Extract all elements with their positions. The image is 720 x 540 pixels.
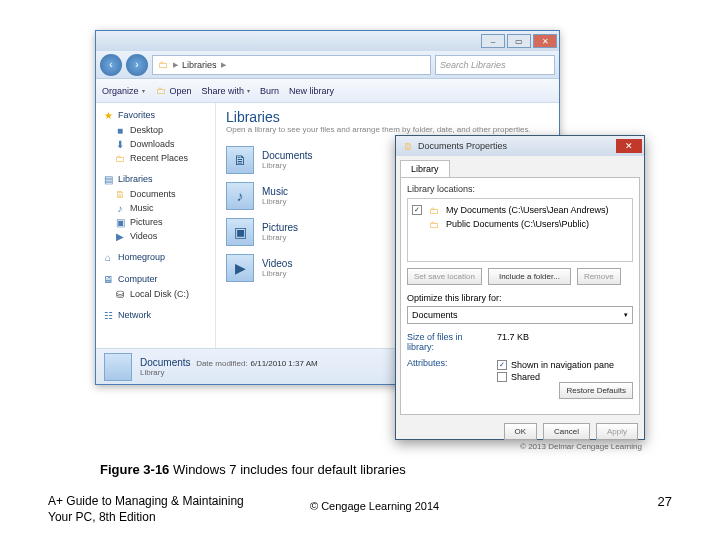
sidebar-item-downloads[interactable]: ⬇Downloads <box>96 137 215 151</box>
close-button[interactable]: ✕ <box>616 139 642 153</box>
document-icon: 🗎 <box>114 188 126 200</box>
apply-button[interactable]: Apply <box>596 423 638 440</box>
page-number: 27 <box>658 494 672 509</box>
folder-icon: 🗀 <box>428 218 440 230</box>
optimize-value: Documents <box>412 310 458 320</box>
include-folder-button[interactable]: Include a folder... <box>488 268 571 285</box>
chevron-down-icon: ▾ <box>142 87 145 94</box>
sidebar-computer[interactable]: 🖥Computer <box>96 271 215 287</box>
figure-text: Windows 7 includes four default librarie… <box>169 462 405 477</box>
breadcrumb-item[interactable]: Libraries <box>182 60 217 70</box>
attributes-label: Attributes: <box>407 358 489 382</box>
size-label: Size of files in library: <box>407 332 489 352</box>
folder-icon: 🗀 <box>428 204 440 216</box>
details-name: Documents <box>140 357 191 368</box>
folder-icon: 🗀 <box>155 85 167 97</box>
chevron-down-icon: ▾ <box>247 87 250 94</box>
pictures-icon: ▣ <box>114 216 126 228</box>
check-icon: ✓ <box>412 205 422 215</box>
videos-icon: ▶ <box>114 230 126 242</box>
sidebar-favorites[interactable]: ★Favorites <box>96 107 215 123</box>
tab-library[interactable]: Library <box>400 160 450 177</box>
folder-icon: 🗀 <box>157 59 169 71</box>
sidebar-libraries[interactable]: ▤Libraries <box>96 171 215 187</box>
restore-defaults-button[interactable]: Restore Defaults <box>559 382 633 399</box>
minimize-button[interactable]: – <box>481 34 505 48</box>
image-copyright: © 2013 Delmar Cengage Learning <box>520 442 642 451</box>
homegroup-icon: ⌂ <box>102 251 114 263</box>
folder-icon: 🗀 <box>114 152 126 164</box>
search-input[interactable]: Search Libraries <box>435 55 555 75</box>
sidebar-item-music[interactable]: ♪Music <box>96 201 215 215</box>
remove-button[interactable]: Remove <box>577 268 621 285</box>
set-save-location-button[interactable]: Set save location <box>407 268 482 285</box>
sidebar-item-localdisk[interactable]: ⛁Local Disk (C:) <box>96 287 215 301</box>
figure-caption: Figure 3-16 Windows 7 includes four defa… <box>100 462 406 477</box>
content-title: Libraries <box>226 109 549 125</box>
details-modified-label: Date modified: <box>196 359 248 368</box>
pictures-icon: ▣ <box>226 218 254 246</box>
details-sub: Library <box>140 368 318 377</box>
share-button[interactable]: Share with▾ <box>202 86 251 96</box>
tab-body: Library locations: ✓ 🗀 My Documents (C:\… <box>400 177 640 415</box>
toolbar: Organize▾ 🗀Open Share with▾ Burn New lib… <box>96 79 559 103</box>
dialog-title: Documents Properties <box>418 141 507 151</box>
location-path: My Documents (C:\Users\Jean Andrews) <box>446 205 609 215</box>
optimize-label: Optimize this library for: <box>407 293 633 303</box>
location-row[interactable]: 🗀 Public Documents (C:\Users\Public) <box>412 217 628 231</box>
locations-list[interactable]: ✓ 🗀 My Documents (C:\Users\Jean Andrews)… <box>407 198 633 262</box>
footer-copyright: © Cengage Learning 2014 <box>310 500 439 512</box>
footer-book-title: A+ Guide to Managing & MaintainingYour P… <box>48 494 268 525</box>
optimize-select[interactable]: Documents ▾ <box>407 306 633 324</box>
network-icon: ☷ <box>102 309 114 321</box>
navbar: ‹ › 🗀 ▶ Libraries ▶ Search Libraries <box>96 51 559 79</box>
location-path: Public Documents (C:\Users\Public) <box>446 219 589 229</box>
sidebar-item-documents[interactable]: 🗎Documents <box>96 187 215 201</box>
documents-icon: 🗎 <box>226 146 254 174</box>
checkbox-shared[interactable] <box>497 372 507 382</box>
forward-button[interactable]: › <box>126 54 148 76</box>
downloads-icon: ⬇ <box>114 138 126 150</box>
chevron-down-icon: ▾ <box>624 311 628 319</box>
size-value: 71.7 KB <box>497 332 529 352</box>
checkbox-shownav[interactable]: ✓ <box>497 360 507 370</box>
back-button[interactable]: ‹ <box>100 54 122 76</box>
ok-button[interactable]: OK <box>504 423 538 440</box>
computer-icon: 🖥 <box>102 273 114 285</box>
burn-button[interactable]: Burn <box>260 86 279 96</box>
sidebar: ★Favorites ■Desktop ⬇Downloads 🗀Recent P… <box>96 103 216 348</box>
sidebar-homegroup[interactable]: ⌂Homegroup <box>96 249 215 265</box>
star-icon: ★ <box>102 109 114 121</box>
sidebar-item-desktop[interactable]: ■Desktop <box>96 123 215 137</box>
locations-label: Library locations: <box>407 184 633 194</box>
dialog-titlebar: 🗎Documents Properties ✕ <box>396 136 644 156</box>
close-button[interactable]: ✕ <box>533 34 557 48</box>
document-icon: 🗎 <box>402 140 414 152</box>
attr-shownav-label: Shown in navigation pane <box>511 360 614 370</box>
search-placeholder: Search Libraries <box>440 60 506 70</box>
properties-dialog: 🗎Documents Properties ✕ Library Library … <box>395 135 645 440</box>
maximize-button[interactable]: ▭ <box>507 34 531 48</box>
libraries-icon: ▤ <box>102 173 114 185</box>
music-icon: ♪ <box>114 202 126 214</box>
music-icon: ♪ <box>226 182 254 210</box>
disk-icon: ⛁ <box>114 288 126 300</box>
location-row[interactable]: ✓ 🗀 My Documents (C:\Users\Jean Andrews) <box>412 203 628 217</box>
sidebar-network[interactable]: ☷Network <box>96 307 215 323</box>
sidebar-item-recent[interactable]: 🗀Recent Places <box>96 151 215 165</box>
new-library-button[interactable]: New library <box>289 86 334 96</box>
details-modified: 6/11/2010 1:37 AM <box>251 359 318 368</box>
dialog-buttons: OK Cancel Apply <box>396 419 644 444</box>
videos-icon: ▶ <box>226 254 254 282</box>
chevron-right-icon: ▶ <box>173 61 178 69</box>
chevron-right-icon: ▶ <box>221 61 226 69</box>
figure-number: Figure 3-16 <box>100 462 169 477</box>
attr-shared-label: Shared <box>511 372 540 382</box>
sidebar-item-pictures[interactable]: ▣Pictures <box>96 215 215 229</box>
open-button[interactable]: 🗀Open <box>155 85 192 97</box>
breadcrumb[interactable]: 🗀 ▶ Libraries ▶ <box>152 55 431 75</box>
documents-icon <box>104 353 132 381</box>
cancel-button[interactable]: Cancel <box>543 423 590 440</box>
organize-button[interactable]: Organize▾ <box>102 86 145 96</box>
sidebar-item-videos[interactable]: ▶Videos <box>96 229 215 243</box>
